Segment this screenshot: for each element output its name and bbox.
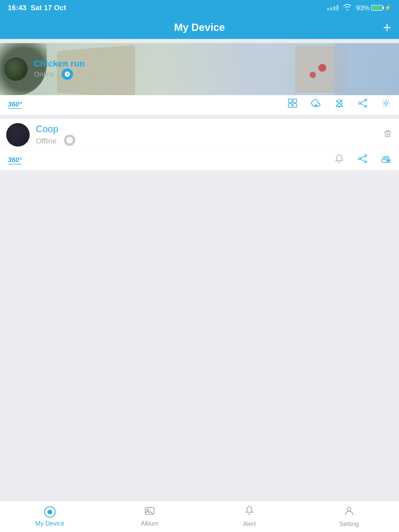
battery-percent: 93% — [356, 4, 370, 12]
action-bar-coop: 360° — [0, 151, 399, 170]
svg-point-13 — [358, 158, 361, 160]
svg-rect-3 — [293, 104, 297, 107]
status-bar: 16:43 Sat 17 Oct 93% ⚡ — [0, 0, 399, 16]
album-nav-icon — [144, 506, 155, 518]
svg-point-8 — [365, 105, 367, 107]
nav-alert-label: Alert — [243, 520, 256, 528]
alert-nav-icon — [245, 506, 254, 518]
page-title: My Device — [174, 22, 225, 33]
wifi-icon — [343, 3, 352, 12]
notifications-off-icon[interactable] — [334, 98, 344, 111]
offline-status-icon — [64, 135, 75, 146]
add-device-button[interactable]: + — [383, 20, 391, 34]
signal-icon — [327, 5, 338, 10]
action-bar-chicken-run: 360° — [0, 95, 399, 115]
delete-button-coop[interactable] — [382, 129, 393, 141]
svg-line-9 — [361, 101, 365, 103]
svg-line-10 — [361, 104, 365, 106]
svg-line-15 — [361, 156, 365, 158]
nav-alert[interactable]: Alert — [200, 501, 299, 532]
svg-point-14 — [365, 161, 367, 163]
status-time-date: 16:43 Sat 17 Oct — [8, 4, 66, 12]
nav-album-label: Album — [141, 520, 158, 527]
bottom-navigation: My Device Album Alert — [0, 501, 399, 532]
online-status-icon — [62, 69, 73, 80]
svg-point-18 — [388, 160, 389, 161]
svg-rect-0 — [288, 99, 292, 103]
svg-rect-1 — [293, 99, 297, 103]
svg-point-21 — [147, 509, 149, 511]
svg-point-6 — [365, 99, 367, 101]
cloud-settings-icon[interactable] — [311, 98, 321, 111]
device-thumbnail-coop — [6, 123, 30, 147]
svg-rect-2 — [288, 104, 292, 107]
svg-point-19 — [387, 160, 388, 161]
status-indicators: 93% ⚡ — [327, 3, 391, 12]
device-name-coop: Coop — [36, 124, 393, 135]
notifications-icon-coop[interactable] — [334, 154, 344, 166]
device-name-overlay: Chicken run Online — [34, 58, 85, 80]
svg-point-7 — [358, 102, 361, 104]
my-device-nav-icon — [44, 506, 56, 518]
device-status-coop: Offline — [36, 137, 57, 145]
battery-indicator: 93% ⚡ — [356, 4, 391, 12]
360-button-coop[interactable]: 360° — [8, 156, 22, 164]
svg-point-4 — [315, 105, 317, 107]
nav-setting[interactable]: Setting — [299, 501, 399, 532]
device-name-status-coop: Coop Offline — [36, 124, 393, 146]
svg-point-22 — [347, 507, 351, 511]
360-button-chicken-run[interactable]: 360° — [8, 100, 22, 108]
svg-point-11 — [385, 102, 387, 104]
nav-album[interactable]: Album — [100, 501, 200, 532]
device-card-coop: Coop Offline 360° — [0, 119, 399, 170]
device-info-coop: Coop Offline — [0, 119, 399, 151]
status-date: Sat 17 Oct — [31, 4, 66, 12]
share-icon-chicken-run[interactable] — [357, 98, 368, 111]
nav-my-device-label: My Device — [35, 520, 64, 527]
wifi-router-icon[interactable] — [381, 154, 391, 166]
page-header: My Device + — [0, 16, 399, 39]
setting-nav-icon — [344, 506, 354, 518]
share-icon-coop[interactable] — [357, 154, 368, 166]
device-card-chicken-run: Chicken run Online 360° — [0, 43, 399, 115]
device-name-chicken-run: Chicken run — [34, 58, 85, 69]
svg-rect-20 — [145, 508, 154, 514]
settings-icon-chicken-run[interactable] — [381, 98, 391, 111]
camera-preview-chicken-run[interactable]: Chicken run Online — [0, 43, 399, 95]
device-list: Chicken run Online 360° — [0, 39, 399, 501]
svg-point-12 — [365, 155, 367, 157]
device-thumbnail-chicken-run — [4, 57, 28, 81]
nav-my-device[interactable]: My Device — [0, 501, 100, 532]
multiview-icon[interactable] — [287, 98, 298, 111]
device-status-chicken-run: Online — [34, 69, 85, 80]
nav-setting-label: Setting — [340, 520, 359, 528]
svg-line-16 — [361, 159, 365, 161]
status-time: 16:43 — [8, 4, 26, 12]
